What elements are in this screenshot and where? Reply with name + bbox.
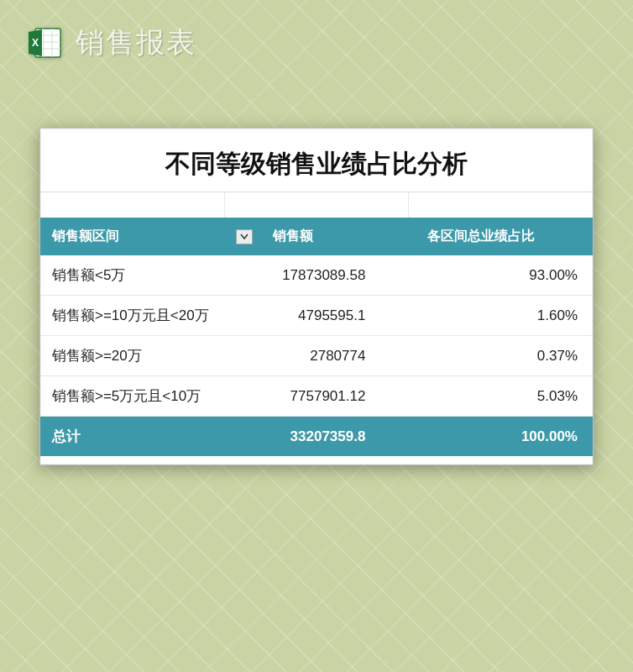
- col-header-amount-label: 销售额: [273, 228, 313, 243]
- total-amount: 33207359.8: [261, 417, 416, 457]
- cell-range: 销售额>=20万: [40, 336, 261, 376]
- table-row: 销售额>=5万元且<10万 7757901.12 5.03%: [40, 376, 593, 417]
- filter-dropdown-button[interactable]: [236, 229, 253, 244]
- cell-pct: 93.00%: [416, 255, 593, 296]
- cell-pct: 0.37%: [416, 336, 593, 376]
- total-label: 总计: [40, 417, 261, 457]
- cell-amount: 4795595.1: [261, 296, 416, 336]
- report-card: 不同等级销售业绩占比分析 销售额区间 销售额 各区间总业绩占比: [39, 128, 594, 465]
- report-title: 不同等级销售业绩占比分析: [40, 134, 593, 192]
- cell-pct: 5.03%: [416, 376, 593, 417]
- chevron-down-icon: [240, 234, 248, 240]
- col-header-amount: 销售额: [261, 218, 416, 255]
- col-header-range: 销售额区间: [40, 218, 261, 255]
- page-header: X 销售报表: [0, 0, 633, 77]
- cell-pct: 1.60%: [416, 296, 593, 336]
- col-header-pct-label: 各区间总业绩占比: [427, 228, 535, 243]
- spacer-row: [40, 192, 593, 218]
- table-header-row: 销售额区间 销售额 各区间总业绩占比: [40, 218, 593, 255]
- cell-range: 销售额<5万: [40, 255, 261, 296]
- cell-amount: 7757901.12: [261, 376, 416, 417]
- cell-amount: 2780774: [261, 336, 416, 376]
- excel-icon: X: [25, 24, 64, 62]
- table-row: 销售额>=10万元且<20万 4795595.1 1.60%: [40, 296, 593, 336]
- table-row: 销售额>=20万 2780774 0.37%: [40, 336, 593, 376]
- col-header-pct: 各区间总业绩占比: [416, 218, 593, 255]
- page-title: 销售报表: [76, 24, 196, 62]
- cell-amount: 17873089.58: [261, 255, 416, 296]
- cell-range: 销售额>=10万元且<20万: [40, 296, 261, 336]
- sales-table: 销售额区间 销售额 各区间总业绩占比 销售额<5万 178730: [40, 218, 593, 456]
- total-pct: 100.00%: [416, 417, 593, 457]
- svg-text:X: X: [32, 37, 39, 49]
- table-total-row: 总计 33207359.8 100.00%: [40, 417, 593, 457]
- col-header-range-label: 销售额区间: [52, 228, 119, 243]
- cell-range: 销售额>=5万元且<10万: [40, 376, 261, 417]
- table-row: 销售额<5万 17873089.58 93.00%: [40, 255, 593, 296]
